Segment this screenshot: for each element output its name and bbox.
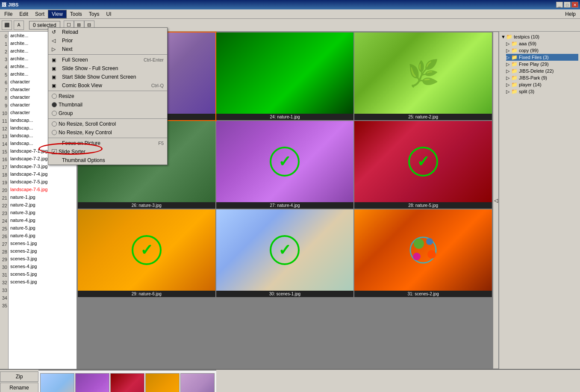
list-item[interactable]: nature-5.jpg <box>9 224 77 232</box>
menu-next-label: Next <box>62 46 73 52</box>
menu-slide-show-full[interactable]: ▣ Slide Show - Full Screen <box>48 64 167 73</box>
check-overlay-28: ✓ <box>408 147 438 177</box>
list-item[interactable]: landscape-7-5.jpg <box>9 178 77 186</box>
folder-tree: ▼ 📁 testpics (10) ▷ 📁 aaa (59) ▷ 📁 copy … <box>501 33 578 95</box>
close-button[interactable]: ✕ <box>571 2 578 8</box>
list-item[interactable]: nature-3.jpg <box>9 209 77 216</box>
list-item[interactable]: scenes-3.jpg <box>9 255 77 262</box>
list-item[interactable]: landscape-7-4.jpg <box>9 170 77 178</box>
toolbar-btn-1[interactable]: ⬛ <box>2 21 12 30</box>
list-item[interactable]: nature-4.jpg <box>9 216 77 224</box>
menu-focus-picture[interactable]: Focus on Picture F5 <box>48 139 167 147</box>
tree-item-label: Fixed Files (3) <box>519 55 549 60</box>
menu-thumbnail-options-label: Thumbnail Options <box>62 157 105 163</box>
list-item[interactable]: scenes-1.jpg <box>9 239 77 247</box>
tree-item-jibs-delete[interactable]: ▷ 📁 JIBS-Delete (22) <box>506 68 578 74</box>
thumb-cell-24[interactable]: 24: nature-1.jpg <box>216 32 354 120</box>
tree-item-split[interactable]: ▷ 📁 split (3) <box>506 88 578 95</box>
thumb-cell-30[interactable]: ✓ 30: scenes-1.jpg <box>216 209 354 297</box>
list-item[interactable]: nature-1.jpg <box>9 193 77 201</box>
svg-point-1 <box>414 239 424 249</box>
menu-help[interactable]: Help <box>562 10 579 18</box>
thumb-cell-31[interactable]: 31: scenes-2.jpg <box>354 209 492 297</box>
restore-button[interactable]: □ <box>564 2 571 8</box>
thumb-cell-28[interactable]: ✓ 28: nature-5.jpg <box>354 121 492 209</box>
menu-next[interactable]: ▷ Next <box>48 45 167 53</box>
view-dropdown-menu: ↺ Reload ◁ Prior ▷ Next ▣ Full Screen Ct… <box>48 27 168 165</box>
check-mark-30: ✓ <box>278 241 291 259</box>
tree-root[interactable]: ▼ 📁 testpics (10) <box>501 33 578 40</box>
tree-item-player[interactable]: ▷ 📁 player (14) <box>506 81 578 88</box>
minimize-button[interactable]: _ <box>556 2 563 8</box>
list-item-active[interactable]: landscape-7-6.jpg <box>9 186 77 193</box>
thumb-label-27: 27: nature-4.jpg <box>216 202 354 209</box>
menu-tools[interactable]: Tools <box>67 10 85 18</box>
full-screen-icon: ▣ <box>52 57 60 63</box>
thumb-cell-27[interactable]: ✓ 27: nature-4.jpg <box>216 121 354 209</box>
list-item[interactable]: nature-2.jpg <box>9 201 77 209</box>
thumb-cell-29[interactable]: ✓ 29: nature-6.jpg <box>78 209 215 297</box>
menu-full-screen[interactable]: ▣ Full Screen Ctrl-Enter <box>48 56 167 64</box>
menu-reload-label: Reload <box>62 29 78 35</box>
menu-prior-label: Prior <box>62 38 73 44</box>
menu-full-screen-label: Full Screen <box>62 57 88 63</box>
menu-slide-sorter[interactable]: ✓ Slide Sorter <box>48 147 167 156</box>
menu-prior[interactable]: ◁ Prior <box>48 36 167 45</box>
menu-ui[interactable]: UI <box>103 10 115 18</box>
slide-thumb-3[interactable] <box>110 373 144 392</box>
menu-edit[interactable]: Edit <box>16 10 32 18</box>
menu-reload[interactable]: ↺ Reload <box>48 28 167 36</box>
slide-thumb-5[interactable] <box>180 373 215 392</box>
zip-button[interactable]: Zip <box>0 371 38 382</box>
tree-item-copy[interactable]: ▷ 📁 copy (99) <box>506 47 578 54</box>
no-resize-scroll-radio <box>52 121 57 127</box>
svg-point-4 <box>413 253 421 260</box>
expand-arrow: ▷ <box>506 75 511 81</box>
folder-icon: 📁 <box>511 68 518 74</box>
thumb-label-25: 25: nature-2.jpg <box>354 114 492 120</box>
title-bar-controls: _ □ ✕ <box>556 2 578 8</box>
expand-arrow: ▷ <box>506 82 511 88</box>
comic-book-shortcut: Ctrl-Q <box>151 83 164 88</box>
splitter[interactable]: ◁ <box>493 32 499 369</box>
menu-file[interactable]: File <box>1 10 16 18</box>
list-item[interactable]: nature-6.jpg <box>9 232 77 239</box>
menu-thumbnail[interactable]: Thumbnail <box>48 100 167 109</box>
menu-no-resize-key[interactable]: No Resize, Key Control <box>48 128 167 137</box>
tree-item-aaa[interactable]: ▷ 📁 aaa (59) <box>506 40 578 47</box>
tree-item-jibs-park[interactable]: ▷ 📁 JIBS-Park (9) <box>506 74 578 81</box>
tree-item-free-play[interactable]: ▷ 📁 Free Play (29) <box>506 61 578 68</box>
menu-start-slide-show[interactable]: ▣ Start Slide Show Current Screen <box>48 73 167 81</box>
slide-thumb-4[interactable] <box>145 373 180 392</box>
no-resize-key-radio <box>52 130 57 135</box>
comic-book-icon: ▣ <box>52 83 60 88</box>
menu-sort[interactable]: Sort <box>32 10 48 18</box>
slide-sorter-check: ✓ <box>52 149 57 154</box>
slide-thumb-1[interactable] <box>40 373 74 392</box>
slide-sorter[interactable] <box>38 370 216 392</box>
thumb-image-25: 🌿 <box>354 32 492 114</box>
menu-resize[interactable]: Resize <box>48 92 167 100</box>
menu-group[interactable]: Group <box>48 109 167 118</box>
tree-item-label: JIBS-Delete (22) <box>519 68 554 74</box>
list-item[interactable]: scenes-4.jpg <box>9 262 77 270</box>
list-item[interactable]: scenes-2.jpg <box>9 247 77 255</box>
bottom-area: Zip Rename Clear Options <box>0 369 580 392</box>
list-item[interactable]: scenes-5.jpg <box>9 270 77 278</box>
menu-toys[interactable]: Toys <box>85 10 103 18</box>
menu-view[interactable]: View <box>48 10 67 18</box>
toolbar-btn-2[interactable]: A <box>14 21 24 30</box>
menu-comic-book[interactable]: ▣ Comic Book View Ctrl-Q <box>48 81 167 90</box>
slide-thumb-2[interactable] <box>75 373 109 392</box>
menu-thumbnail-options[interactable]: Thumbnail Options <box>48 156 167 165</box>
thumb-label-24: 24: nature-1.jpg <box>216 114 354 120</box>
menu-no-resize-scroll[interactable]: No Resize, Scroll Control <box>48 120 167 128</box>
thumb-cell-25[interactable]: 🌿 25: nature-2.jpg <box>354 32 492 120</box>
folder-icon: 📁 <box>506 34 512 40</box>
tree-item-label: JIBS-Park (9) <box>519 75 547 80</box>
rename-button[interactable]: Rename <box>0 383 38 392</box>
list-item[interactable]: scenes-6.jpg <box>9 278 77 286</box>
tree-item-label: player (14) <box>519 82 542 87</box>
line-numbers: 0 1 2 3 4 5 6 7 8 9 10 11 12 13 14 15 16… <box>0 32 9 369</box>
tree-item-fixed-files[interactable]: ▷ 📁 Fixed Files (3) <box>506 54 578 61</box>
